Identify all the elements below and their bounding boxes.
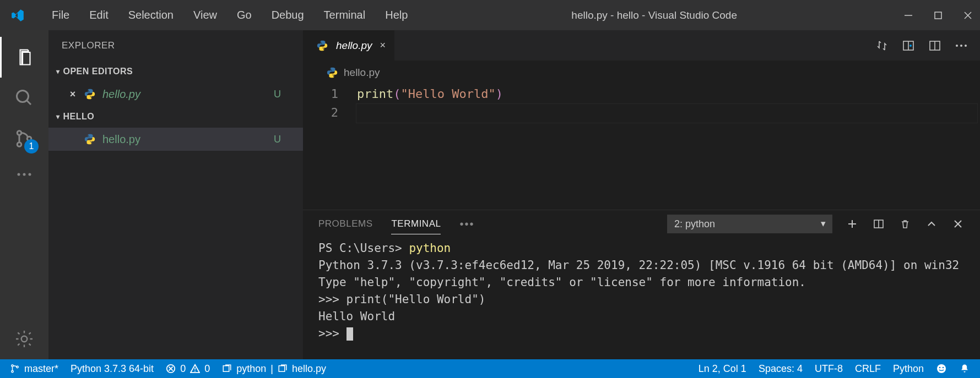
gutter: 1 2 bbox=[303, 85, 357, 210]
main-menu: File Edit Selection View Go Debug Termin… bbox=[42, 6, 418, 25]
line-number: 2 bbox=[303, 103, 338, 122]
svg-point-4 bbox=[17, 91, 29, 102]
terminal-output[interactable]: PS C:\Users> python Python 3.7.3 (v3.7.3… bbox=[303, 238, 980, 359]
open-editor-row[interactable]: × hello.py U bbox=[48, 83, 303, 106]
status-python[interactable]: Python 3.7.3 64-bit bbox=[71, 363, 154, 375]
open-editors-header[interactable]: ▾ OPEN EDITORS bbox=[48, 61, 303, 83]
open-editors-label: OPEN EDITORS bbox=[63, 67, 133, 76]
menu-debug[interactable]: Debug bbox=[262, 6, 314, 25]
split-editor-icon[interactable] bbox=[927, 38, 943, 53]
minimize-icon[interactable] bbox=[902, 9, 915, 22]
branch-icon bbox=[10, 364, 20, 374]
svg-point-20 bbox=[965, 45, 967, 47]
svg-point-37 bbox=[937, 364, 946, 373]
line-number: 1 bbox=[303, 85, 338, 103]
svg-point-11 bbox=[29, 173, 31, 176]
maximize-panel-icon[interactable] bbox=[925, 217, 938, 231]
git-status-badge: U bbox=[274, 89, 281, 100]
svg-line-5 bbox=[27, 101, 31, 105]
status-problems[interactable]: 0 0 bbox=[166, 363, 210, 375]
status-feedback-icon[interactable] bbox=[936, 363, 947, 374]
status-language[interactable]: Python bbox=[893, 363, 924, 375]
editor-toolbar bbox=[863, 30, 980, 61]
menu-edit[interactable]: Edit bbox=[79, 6, 118, 25]
status-bell-icon[interactable] bbox=[959, 363, 970, 374]
terminal-selector[interactable]: 2: python bbox=[667, 215, 832, 233]
explorer-sidebar: EXPLORER ▾ OPEN EDITORS × hello.py U ▾ H… bbox=[48, 30, 303, 359]
svg-point-34 bbox=[194, 371, 196, 372]
folder-header[interactable]: ▾ HELLO bbox=[48, 106, 303, 128]
svg-point-39 bbox=[943, 367, 944, 369]
status-encoding[interactable]: UTF-8 bbox=[815, 363, 843, 375]
split-terminal-icon[interactable] bbox=[872, 217, 885, 231]
link-icon bbox=[278, 364, 288, 374]
close-icon[interactable] bbox=[961, 9, 974, 22]
open-editor-file-label: hello.py bbox=[102, 88, 274, 101]
terminal-cursor bbox=[346, 327, 353, 341]
menu-help[interactable]: Help bbox=[375, 6, 418, 25]
activity-scm-icon[interactable]: 1 bbox=[0, 118, 48, 159]
menu-selection[interactable]: Selection bbox=[118, 6, 183, 25]
svg-point-12 bbox=[21, 336, 28, 342]
terminal-select[interactable]: 2: python bbox=[667, 215, 832, 233]
menu-go[interactable]: Go bbox=[227, 6, 262, 25]
activity-bar: 1 bbox=[0, 30, 48, 359]
python-file-icon bbox=[326, 67, 338, 79]
svg-point-10 bbox=[23, 173, 26, 176]
status-link[interactable]: python | hello.py bbox=[222, 363, 326, 375]
svg-point-7 bbox=[17, 143, 21, 147]
close-panel-icon[interactable] bbox=[951, 217, 965, 231]
tab-close-icon[interactable]: × bbox=[380, 40, 386, 51]
panel-tab-terminal[interactable]: TERMINAL bbox=[391, 214, 441, 234]
svg-point-15 bbox=[909, 45, 912, 47]
new-terminal-icon[interactable] bbox=[846, 217, 859, 231]
open-preview-icon[interactable] bbox=[901, 38, 916, 53]
file-row[interactable]: · hello.py U bbox=[48, 128, 303, 151]
warning-icon bbox=[190, 364, 200, 374]
editor-area: hello.py × hello.py 1 2 print("Hello Wo bbox=[303, 30, 980, 359]
panel-tab-problems[interactable]: PROBLEMS bbox=[318, 214, 372, 234]
kill-terminal-icon[interactable] bbox=[898, 217, 912, 231]
menu-file[interactable]: File bbox=[42, 6, 79, 25]
activity-settings-icon[interactable] bbox=[0, 319, 48, 359]
code-line bbox=[357, 103, 980, 122]
svg-rect-36 bbox=[279, 366, 285, 372]
close-editor-icon[interactable]: × bbox=[67, 89, 78, 100]
breadcrumb-file: hello.py bbox=[344, 67, 380, 79]
status-eol[interactable]: CRLF bbox=[855, 363, 881, 375]
python-file-icon bbox=[316, 40, 328, 52]
activity-search-icon[interactable] bbox=[0, 78, 48, 118]
menu-terminal[interactable]: Terminal bbox=[314, 6, 376, 25]
svg-point-18 bbox=[956, 45, 958, 47]
compare-changes-icon[interactable] bbox=[874, 38, 890, 53]
breadcrumb[interactable]: hello.py bbox=[303, 61, 980, 85]
code-line: print("Hello World") bbox=[357, 85, 980, 103]
main-area: 1 EXPLORER ▾ OPEN EDITORS × hello.py U ▾… bbox=[0, 30, 980, 359]
svg-rect-1 bbox=[935, 12, 941, 19]
svg-point-27 bbox=[12, 365, 13, 366]
folder-label: HELLO bbox=[63, 112, 95, 122]
status-spaces[interactable]: Spaces: 4 bbox=[759, 363, 803, 375]
svg-rect-35 bbox=[223, 366, 229, 372]
python-file-icon bbox=[84, 133, 96, 145]
menu-view[interactable]: View bbox=[183, 6, 227, 25]
activity-more-icon[interactable] bbox=[0, 159, 48, 190]
twisty-down-icon: ▾ bbox=[56, 68, 60, 75]
panel-tab-bar: PROBLEMS TERMINAL ••• 2: python bbox=[303, 210, 980, 238]
file-label: hello.py bbox=[102, 133, 274, 146]
scm-badge: 1 bbox=[24, 139, 39, 154]
link-icon bbox=[222, 364, 232, 374]
activity-explorer-icon[interactable] bbox=[0, 37, 48, 78]
status-bar: master* Python 3.7.3 64-bit 0 0 python |… bbox=[0, 359, 980, 378]
maximize-icon[interactable] bbox=[932, 9, 945, 22]
svg-point-28 bbox=[12, 371, 13, 372]
svg-point-38 bbox=[939, 367, 941, 369]
svg-point-6 bbox=[17, 131, 21, 135]
panel-more-icon[interactable]: ••• bbox=[459, 218, 474, 231]
status-branch[interactable]: master* bbox=[10, 363, 58, 375]
bottom-panel: PROBLEMS TERMINAL ••• 2: python PS C bbox=[303, 210, 980, 359]
more-actions-icon[interactable] bbox=[954, 38, 969, 53]
tab-hello-py[interactable]: hello.py × bbox=[303, 30, 395, 61]
status-lncol[interactable]: Ln 2, Col 1 bbox=[699, 363, 746, 375]
code-editor[interactable]: 1 2 print("Hello World") bbox=[303, 85, 980, 210]
